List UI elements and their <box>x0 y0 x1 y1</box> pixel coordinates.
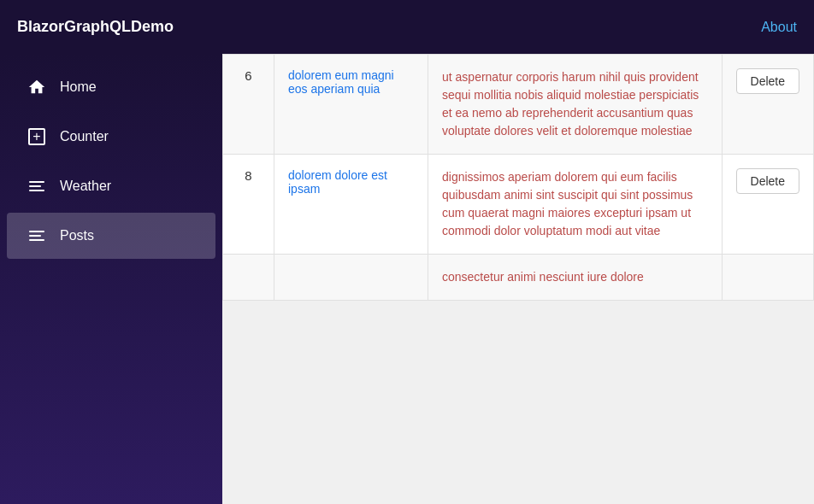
table-row: 8 dolorem dolore est ipsam dignissimos a… <box>223 155 814 255</box>
cell-id: 8 <box>223 155 274 255</box>
about-link[interactable]: About <box>761 20 797 35</box>
cell-title <box>274 255 428 301</box>
delete-button[interactable]: Delete <box>736 68 799 94</box>
delete-button[interactable]: Delete <box>736 168 799 194</box>
sidebar-label-weather: Weather <box>60 179 111 194</box>
app-title: BlazorGraphQLDemo <box>17 18 174 36</box>
cell-body: ut aspernatur corporis harum nihil quis … <box>428 55 723 155</box>
cell-action: Delete <box>722 155 813 255</box>
sidebar-item-weather[interactable]: Weather <box>7 163 215 209</box>
main-layout: Home + Counter Weather Posts <box>0 54 814 504</box>
main-content: 6 dolorem eum magni eos aperiam quia ut … <box>222 54 814 504</box>
sidebar-item-home[interactable]: Home <box>7 64 215 110</box>
cell-title: dolorem dolore est ipsam <box>274 155 428 255</box>
cell-body: dignissimos aperiam dolorem qui eum faci… <box>428 155 723 255</box>
lines-icon-weather <box>29 181 44 191</box>
cell-action: Delete <box>722 55 813 155</box>
sidebar-label-posts: Posts <box>60 228 94 243</box>
sidebar: Home + Counter Weather Posts <box>0 54 222 504</box>
sidebar-item-counter[interactable]: + Counter <box>7 114 215 160</box>
sidebar-item-posts[interactable]: Posts <box>7 213 215 259</box>
counter-icon: + <box>27 127 46 146</box>
sidebar-label-home: Home <box>60 79 97 95</box>
cell-title: dolorem eum magni eos aperiam quia <box>274 55 428 155</box>
cell-body: consectetur animi nesciunt iure dolore <box>428 255 723 301</box>
cell-id <box>223 255 274 301</box>
sidebar-label-counter: Counter <box>60 129 109 144</box>
plus-box-icon: + <box>28 128 45 145</box>
cell-action <box>722 255 813 301</box>
top-navigation: BlazorGraphQLDemo About <box>0 0 814 54</box>
table-row: 6 dolorem eum magni eos aperiam quia ut … <box>223 55 814 155</box>
lines-icon-posts <box>29 231 44 241</box>
posts-icon <box>27 226 46 245</box>
weather-icon <box>27 177 46 196</box>
home-icon <box>27 78 46 97</box>
posts-table: 6 dolorem eum magni eos aperiam quia ut … <box>222 54 814 301</box>
table-row: consectetur animi nesciunt iure dolore <box>223 255 814 301</box>
cell-id: 6 <box>223 55 274 155</box>
